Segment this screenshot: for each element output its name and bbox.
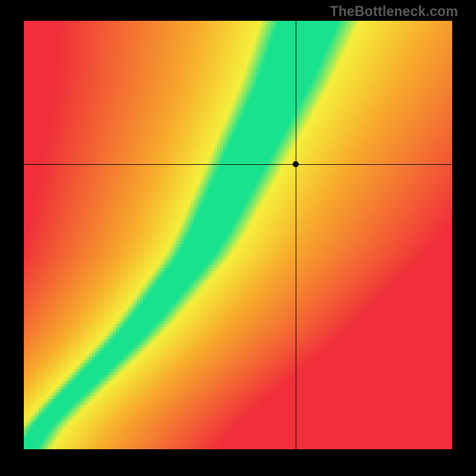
bottleneck-heatmap [24,21,452,449]
crosshair-horizontal [24,164,452,165]
watermark-text: TheBottleneck.com [330,4,458,20]
crosshair-vertical [296,21,296,449]
app-frame: TheBottleneck.com [0,0,476,476]
heatmap-canvas [24,21,452,449]
